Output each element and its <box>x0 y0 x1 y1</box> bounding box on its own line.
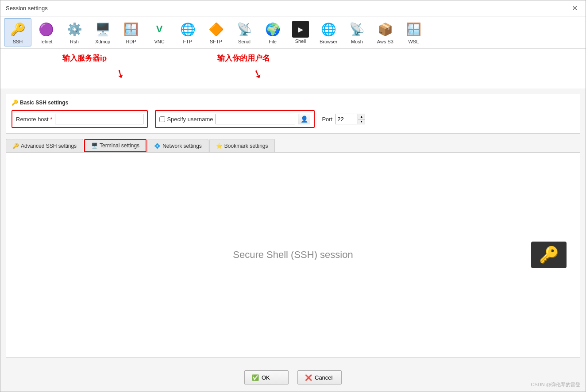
ssh-key-image: 🔑 <box>531 242 567 268</box>
specify-username-group: Specify username 👤 <box>155 110 315 128</box>
protocol-xdmcp[interactable]: 🖥️ Xdmcp <box>89 18 116 46</box>
annotation-left-arrow: ➘ <box>113 66 128 83</box>
user-browse-button[interactable]: 👤 <box>298 114 310 124</box>
tab-bar: 🔑 Advanced SSH settings 🖥️ Terminal sett… <box>6 139 580 153</box>
close-button[interactable]: ✕ <box>569 3 580 13</box>
shell-icon: ▶ <box>292 21 309 38</box>
protocol-file-label: File <box>269 39 277 44</box>
ok-button[interactable]: ✅ OK <box>244 370 289 384</box>
vnc-icon: V <box>150 20 168 38</box>
protocol-vnc-label: VNC <box>154 39 164 44</box>
advanced-ssh-icon: 🔑 <box>12 143 19 149</box>
protocol-wsl[interactable]: 🪟 WSL <box>400 18 427 46</box>
protocol-wsl-label: WSL <box>408 39 419 44</box>
protocol-rdp-label: RDP <box>126 39 136 44</box>
mosh-icon: 📡 <box>348 20 366 38</box>
rdp-icon: 🪟 <box>122 20 140 38</box>
tab-bookmark-settings-label: Bookmark settings <box>224 143 268 149</box>
tab-network-settings-label: Network settings <box>162 143 202 149</box>
tab-terminal-settings[interactable]: 🖥️ Terminal settings <box>84 139 146 152</box>
basic-panel-icon: 🔑 <box>12 100 18 106</box>
protocol-shell-label: Shell <box>295 38 306 44</box>
protocol-rdp[interactable]: 🪟 RDP <box>117 18 145 46</box>
dialog-title: Session settings <box>6 5 48 12</box>
remote-host-input[interactable] <box>55 114 143 124</box>
protocol-xdmcp-label: Xdmcp <box>95 39 110 44</box>
protocol-ssh-label: SSH <box>13 39 23 44</box>
protocol-browser[interactable]: 🌐 Browser <box>315 18 342 46</box>
ok-label: OK <box>262 374 270 381</box>
xdmcp-icon: 🖥️ <box>94 20 112 38</box>
main-content: 🔑 Basic SSH settings Remote host * Sp <box>0 88 586 363</box>
ok-icon: ✅ <box>252 374 259 381</box>
browser-icon: 🌐 <box>320 20 337 38</box>
file-icon: 🌍 <box>264 20 281 38</box>
port-group: Port ▲ ▼ <box>322 114 365 124</box>
watermark: CSDN @弹伦琴的雷登 <box>531 381 580 388</box>
specify-username-checkbox-group: Specify username <box>159 116 213 123</box>
specify-username-checkbox[interactable] <box>159 116 165 122</box>
wsl-icon: 🪟 <box>405 20 422 38</box>
tabs-section: 🔑 Advanced SSH settings 🖥️ Terminal sett… <box>6 139 580 357</box>
dialog-footer: ✅ OK ❌ Cancel <box>0 363 586 392</box>
ftp-icon: 🌐 <box>179 20 197 38</box>
serial-icon: 📡 <box>235 20 253 38</box>
port-increment-button[interactable]: ▲ <box>358 114 365 119</box>
protocol-shell[interactable]: ▶ Shell <box>287 19 314 46</box>
sftp-icon: 🔶 <box>207 20 225 38</box>
protocol-file[interactable]: 🌍 File <box>259 18 286 46</box>
bookmark-settings-icon: ⭐ <box>216 143 223 149</box>
specify-username-label[interactable]: Specify username <box>167 116 213 123</box>
protocol-ftp[interactable]: 🌐 FTP <box>174 18 201 46</box>
protocol-browser-label: Browser <box>320 39 337 44</box>
port-input[interactable] <box>335 114 358 124</box>
protocol-serial-label: Serial <box>238 39 251 44</box>
port-spinners: ▲ ▼ <box>358 114 365 124</box>
session-label: Secure Shell (SSH) session <box>233 249 353 261</box>
session-settings-dialog: Session settings ✕ 🔑 SSH 🟣 Telnet ⚙️ Rsh… <box>0 0 586 392</box>
protocol-toolbar: 🔑 SSH 🟣 Telnet ⚙️ Rsh 🖥️ Xdmcp 🪟 RDP V V… <box>0 16 586 49</box>
cancel-label: Cancel <box>315 374 332 381</box>
tab-bookmark-settings[interactable]: ⭐ Bookmark settings <box>209 139 275 152</box>
protocol-ssh[interactable]: 🔑 SSH <box>4 18 31 46</box>
protocol-mosh[interactable]: 📡 Mosh <box>343 18 370 46</box>
protocol-awss3-label: Aws S3 <box>377 39 393 44</box>
protocol-awss3[interactable]: 📦 Aws S3 <box>371 18 399 46</box>
protocol-sftp-label: SFTP <box>210 39 222 44</box>
port-input-wrap: ▲ ▼ <box>335 114 365 124</box>
protocol-sftp[interactable]: 🔶 SFTP <box>202 18 230 46</box>
protocol-telnet-label: Telnet <box>39 39 52 44</box>
annotation-area: 输入服务器ip 输入你的用户名 ➘ ➘ <box>0 49 586 88</box>
protocol-rsh-label: Rsh <box>70 39 79 44</box>
tab-advanced-ssh-label: Advanced SSH settings <box>21 143 77 149</box>
port-decrement-button[interactable]: ▼ <box>358 119 365 124</box>
tab-terminal-settings-label: Terminal settings <box>100 142 139 149</box>
basic-ssh-panel: 🔑 Basic SSH settings Remote host * Sp <box>6 94 580 134</box>
awss3-icon: 📦 <box>376 20 394 38</box>
annotation-left-text: 输入服务器ip <box>62 53 107 63</box>
network-settings-icon: 💠 <box>154 143 161 149</box>
annotation-right-text: 输入你的用户名 <box>217 53 270 63</box>
rsh-icon: ⚙️ <box>66 20 83 38</box>
cancel-button[interactable]: ❌ Cancel <box>297 370 342 384</box>
protocol-ftp-label: FTP <box>183 39 193 44</box>
protocol-serial[interactable]: 📡 Serial <box>231 18 258 46</box>
basic-panel-title: 🔑 Basic SSH settings <box>12 100 574 106</box>
tab-content-area: Secure Shell (SSH) session 🔑 <box>6 153 580 357</box>
protocol-vnc[interactable]: V VNC <box>146 18 173 46</box>
tab-network-settings[interactable]: 💠 Network settings <box>147 139 208 152</box>
protocol-telnet[interactable]: 🟣 Telnet <box>32 18 60 46</box>
remote-host-label: Remote host * <box>16 116 52 123</box>
title-bar: Session settings ✕ <box>0 0 586 16</box>
protocol-rsh[interactable]: ⚙️ Rsh <box>61 18 88 46</box>
annotation-right-arrow: ➘ <box>251 66 264 82</box>
username-input[interactable] <box>216 114 295 124</box>
telnet-icon: 🟣 <box>37 20 55 38</box>
protocol-mosh-label: Mosh <box>351 39 363 44</box>
port-label: Port <box>322 116 332 123</box>
tab-advanced-ssh[interactable]: 🔑 Advanced SSH settings <box>6 139 83 152</box>
remote-host-group: Remote host * <box>12 110 148 128</box>
terminal-settings-icon: 🖥️ <box>91 142 98 149</box>
cancel-icon: ❌ <box>305 374 312 381</box>
basic-fields-row: Remote host * Specify username 👤 <box>12 110 574 128</box>
